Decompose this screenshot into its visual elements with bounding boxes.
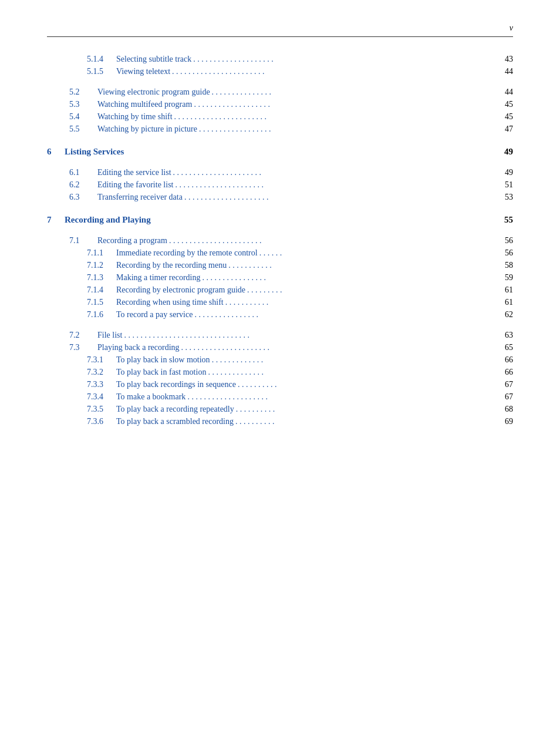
dots-7-1-5: . . . . . . . . . . .	[225, 298, 495, 307]
title-7-3-2: To play back in fast motion	[116, 368, 206, 377]
content-7-1-6: To record a pay service . . . . . . . . …	[116, 310, 513, 319]
chapter-7-num: 7	[47, 215, 65, 225]
title-7-3-5: To play back a recording repeatedly	[116, 405, 234, 414]
entry-7-3-3: 7.3.3 To play back recordings in sequenc…	[47, 380, 513, 389]
page-7-3-2: 66	[497, 368, 513, 377]
title-7-1: Recording a program	[97, 236, 167, 245]
page-7-3: 65	[497, 343, 513, 352]
dots-7-1-2: . . . . . . . . . . .	[228, 261, 495, 270]
title-6-1: Editing the service list	[97, 168, 171, 177]
title-5-1-4: Selecting subtitle track	[116, 55, 191, 64]
content-7-3-4: To make a bookmark . . . . . . . . . . .…	[116, 392, 513, 402]
num-7-3-2: 7.3.2	[87, 368, 116, 377]
chapter-6: 6 Listing Services 49 6.1 Editing the se…	[47, 147, 513, 202]
entry-7-2: 7.2 File list . . . . . . . . . . . . . …	[47, 331, 513, 340]
chapter-6-title: Listing Services	[65, 147, 495, 157]
entry-5-4: 5.4 Watching by time shift . . . . . . .…	[47, 112, 513, 122]
num-7-1-4: 7.1.4	[87, 285, 116, 295]
entry-5-2: 5.2 Viewing electronic program guide . .…	[47, 88, 513, 97]
content-7-1-5: Recording when using time shift . . . . …	[116, 298, 513, 307]
title-7-1-3: Making a timer recording	[116, 273, 200, 282]
entry-5-1-4: 5.1.4 Selecting subtitle track . . . . .…	[47, 55, 513, 64]
chapter-6-heading: 6 Listing Services 49	[47, 147, 513, 157]
entry-7-1-1: 7.1.1 Immediate recording by the remote …	[47, 248, 513, 258]
entry-7-1-4: 7.1.4 Recording by electronic program gu…	[47, 285, 513, 295]
title-7-2: File list	[97, 331, 122, 340]
entry-7-1-3: 7.1.3 Making a timer recording . . . . .…	[47, 273, 513, 282]
dots-7-3-6: . . . . . . . . . .	[235, 417, 495, 426]
page-6-3: 53	[497, 193, 513, 202]
chapter-7-title: Recording and Playing	[65, 215, 495, 225]
content-7-1-4: Recording by electronic program guide . …	[116, 285, 513, 295]
content-7-3-6: To play back a scrambled recording . . .…	[116, 417, 513, 426]
content-7-1-2: Recording by the recording menu . . . . …	[116, 261, 513, 270]
dots-5-3: . . . . . . . . . . . . . . . . . . .	[194, 100, 495, 109]
content-5-2: Viewing electronic program guide . . . .…	[97, 88, 513, 97]
dots-6-2: . . . . . . . . . . . . . . . . . . . . …	[175, 180, 495, 190]
content-7-3: Playing back a recording . . . . . . . .…	[97, 343, 513, 352]
title-5-2: Viewing electronic program guide	[97, 88, 210, 97]
page-5-1-4: 43	[497, 55, 513, 64]
page-6-2: 51	[497, 180, 513, 190]
dots-7-3-5: . . . . . . . . . .	[236, 405, 495, 414]
dots-7-3-4: . . . . . . . . . . . . . . . . . . . .	[187, 392, 495, 402]
entry-5-5: 5.5 Watching by picture in picture . . .…	[47, 124, 513, 134]
num-7-1-6: 7.1.6	[87, 310, 116, 319]
page-7-1-1: 56	[497, 248, 513, 258]
title-7-1-1: Immediate recording by the remote contro…	[116, 248, 258, 258]
title-7-1-2: Recording by the recording menu	[116, 261, 227, 270]
page-7-3-1: 66	[497, 355, 513, 365]
title-5-4: Watching by time shift	[97, 112, 173, 122]
num-7-1-2: 7.1.2	[87, 261, 116, 270]
content-5-4: Watching by time shift . . . . . . . . .…	[97, 112, 513, 122]
dots-6-3: . . . . . . . . . . . . . . . . . . . . …	[184, 193, 495, 202]
page-7-1-5: 61	[497, 298, 513, 307]
dots-7-2: . . . . . . . . . . . . . . . . . . . . …	[124, 331, 495, 340]
dots-7-3-1: . . . . . . . . . . . . .	[212, 355, 495, 365]
num-7-1-3: 7.1.3	[87, 273, 116, 282]
num-6-2: 6.2	[69, 180, 97, 190]
content-6-3: Transferring receiver data . . . . . . .…	[97, 193, 513, 202]
entry-6-1: 6.1 Editing the service list . . . . . .…	[47, 168, 513, 177]
entry-7-3-4: 7.3.4 To make a bookmark . . . . . . . .…	[47, 392, 513, 402]
num-7-2: 7.2	[69, 331, 97, 340]
content-6-1: Editing the service list . . . . . . . .…	[97, 168, 513, 177]
header-page-number: v	[510, 23, 513, 33]
title-7-1-6: To record a pay service	[116, 310, 193, 319]
title-7-3-3: To play back recordings in sequence	[116, 380, 236, 389]
title-7-3-1: To play back in slow motion	[116, 355, 210, 365]
page-7-1-2: 58	[497, 261, 513, 270]
content-7-1-3: Making a timer recording . . . . . . . .…	[116, 273, 513, 282]
content-7-3-3: To play back recordings in sequence . . …	[116, 380, 513, 389]
num-7-1-1: 7.1.1	[87, 248, 116, 258]
num-7-3-6: 7.3.6	[87, 417, 116, 426]
content-5-1-5: Viewing teletext . . . . . . . . . . . .…	[116, 67, 513, 76]
page-5-4: 45	[497, 112, 513, 122]
num-5-1-5: 5.1.5	[87, 67, 116, 76]
chapter-6-num: 6	[47, 147, 65, 157]
page-header: v	[47, 23, 513, 37]
content-7-3-5: To play back a recording repeatedly . . …	[116, 405, 513, 414]
chapter-7-page: 55	[495, 215, 513, 225]
content-7-3-1: To play back in slow motion . . . . . . …	[116, 355, 513, 365]
content-7-3-2: To play back in fast motion . . . . . . …	[116, 368, 513, 377]
dots-5-1-4: . . . . . . . . . . . . . . . . . . . .	[193, 55, 495, 64]
dots-7-1: . . . . . . . . . . . . . . . . . . . . …	[169, 236, 495, 245]
entry-5-1-5: 5.1.5 Viewing teletext . . . . . . . . .…	[47, 67, 513, 76]
num-5-5: 5.5	[69, 124, 97, 134]
title-7-3-4: To make a bookmark	[116, 392, 185, 402]
page-6-1: 49	[497, 168, 513, 177]
title-7-3-6: To play back a scrambled recording	[116, 417, 234, 426]
num-6-3: 6.3	[69, 193, 97, 202]
dots-5-1-5: . . . . . . . . . . . . . . . . . . . . …	[172, 67, 495, 76]
num-5-1-4: 5.1.4	[87, 55, 116, 64]
num-6-1: 6.1	[69, 168, 97, 177]
content-7-2: File list . . . . . . . . . . . . . . . …	[97, 331, 513, 340]
entry-7-3-5: 7.3.5 To play back a recording repeatedl…	[47, 405, 513, 414]
entry-7-3: 7.3 Playing back a recording . . . . . .…	[47, 343, 513, 352]
dots-7-1-3: . . . . . . . . . . . . . . . .	[202, 273, 495, 282]
content-6-2: Editing the favorite list . . . . . . . …	[97, 180, 513, 190]
num-7-1: 7.1	[69, 236, 97, 245]
content-5-1-4: Selecting subtitle track . . . . . . . .…	[116, 55, 513, 64]
content-7-1-1: Immediate recording by the remote contro…	[116, 248, 513, 258]
